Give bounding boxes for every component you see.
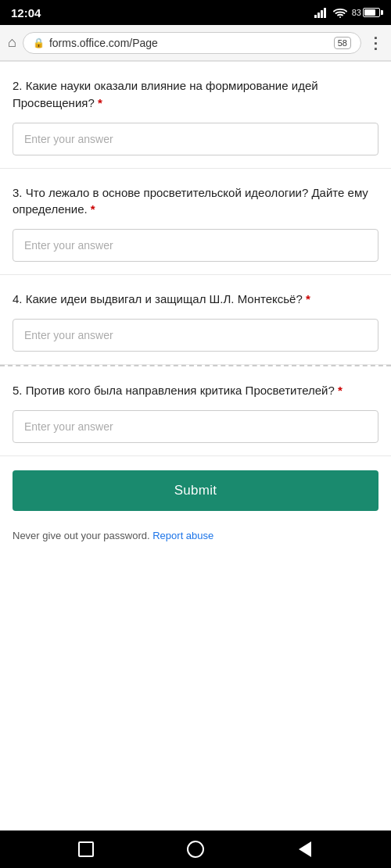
back-triangle-icon xyxy=(299,841,311,857)
tab-count-badge[interactable]: 58 xyxy=(334,37,351,49)
status-icons: 83 xyxy=(314,8,380,18)
question-text-q3: 3. Что лежало в основе просветительской … xyxy=(13,186,368,216)
address-bar: ⌂ 🔒 forms.office.com/Page 58 ⋮ xyxy=(0,25,391,61)
report-abuse-link[interactable]: Report abuse xyxy=(152,530,213,541)
nav-bar xyxy=(0,830,391,868)
status-time: 12:04 xyxy=(11,6,41,20)
svg-rect-3 xyxy=(324,8,326,18)
more-icon[interactable]: ⋮ xyxy=(368,34,383,52)
url-text: forms.office.com/Page xyxy=(49,37,329,49)
url-box[interactable]: 🔒 forms.office.com/Page 58 xyxy=(23,32,361,54)
question-text-q5: 5. Против кого была направления критика … xyxy=(13,384,338,397)
nav-square-button[interactable] xyxy=(72,835,100,863)
lock-icon: 🔒 xyxy=(33,38,45,48)
signal-icon xyxy=(314,8,328,18)
svg-rect-1 xyxy=(317,13,320,18)
question-label-q4: 4. Какие идеи выдвигал и защищал Ш.Л. Мо… xyxy=(13,291,378,308)
question-label-q2: 2. Какие науки оказали влияние на формир… xyxy=(13,77,378,112)
circle-icon xyxy=(187,841,204,858)
square-icon xyxy=(78,841,94,857)
footer-text: Never give out your password. xyxy=(13,530,150,541)
battery-icon xyxy=(363,8,380,17)
answer-input-q2[interactable] xyxy=(13,123,378,155)
question-label-q3: 3. Что лежало в основе просветительской … xyxy=(13,184,378,219)
svg-rect-0 xyxy=(314,15,317,18)
battery-level: 83 xyxy=(352,8,361,17)
form-content: 2. Какие науки оказали влияние на формир… xyxy=(0,62,391,830)
question-block-q3: 3. Что лежало в основе просветительской … xyxy=(0,169,391,276)
answer-input-q5[interactable] xyxy=(13,410,378,443)
question-block-q4: 4. Какие идеи выдвигал и защищал Ш.Л. Мо… xyxy=(0,275,391,365)
footer-note: Never give out your password. Report abu… xyxy=(0,522,391,554)
answer-input-q3[interactable] xyxy=(13,229,378,262)
question-label-q5: 5. Против кого была направления критика … xyxy=(13,382,378,399)
required-star-q3: * xyxy=(91,202,95,216)
battery-container: 83 xyxy=(352,8,380,17)
question-text-q2: 2. Какие науки оказали влияние на формир… xyxy=(13,79,318,109)
submit-area: Submit xyxy=(0,456,391,522)
home-icon[interactable]: ⌂ xyxy=(8,34,16,51)
required-star-q4: * xyxy=(306,292,310,305)
status-bar: 12:04 83 xyxy=(0,0,391,25)
submit-button[interactable]: Submit xyxy=(13,470,378,511)
question-block-q2: 2. Какие науки оказали влияние на формир… xyxy=(0,62,391,169)
question-text-q4: 4. Какие идеи выдвигал и защищал Ш.Л. Мо… xyxy=(13,292,306,305)
answer-input-q4[interactable] xyxy=(13,319,378,352)
nav-home-button[interactable] xyxy=(181,835,210,863)
nav-back-button[interactable] xyxy=(291,835,319,863)
required-star-q2: * xyxy=(98,96,102,109)
question-block-q5: 5. Против кого была направления критика … xyxy=(0,365,391,456)
required-star-q5: * xyxy=(338,384,343,397)
svg-point-4 xyxy=(339,16,341,18)
svg-rect-2 xyxy=(321,10,323,18)
wifi-icon xyxy=(333,8,347,18)
